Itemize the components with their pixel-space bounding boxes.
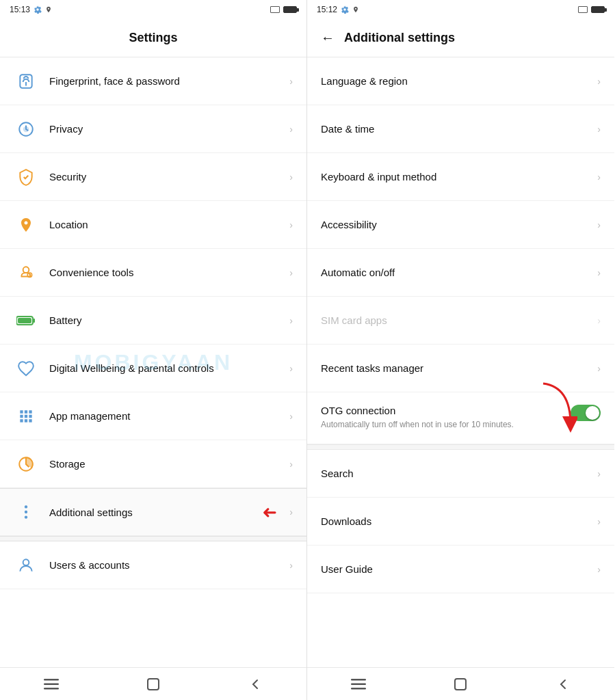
recenttasks-chevron: › xyxy=(597,363,601,374)
settings-item-storage[interactable]: Storage › xyxy=(0,440,306,488)
datetime-label: Date & time xyxy=(321,122,592,136)
settings-item-keyboard[interactable]: Keyboard & input method › xyxy=(307,153,614,201)
privacy-icon xyxy=(14,117,38,142)
appmanagement-text: App management xyxy=(49,409,284,423)
autoonoff-label: Automatic on/off xyxy=(321,265,592,280)
location-chevron: › xyxy=(289,219,293,230)
search-label: Search xyxy=(321,466,592,481)
svg-rect-16 xyxy=(148,679,159,690)
red-arrow-left-indicator: ➜ xyxy=(262,502,277,523)
security-text: Security xyxy=(49,170,284,184)
convenience-text: Convenience tools xyxy=(49,265,284,280)
nav-menu-right[interactable] xyxy=(345,671,372,698)
downloads-chevron: › xyxy=(597,516,601,527)
fingerprint-chevron: › xyxy=(289,76,293,87)
svg-rect-14 xyxy=(44,683,59,685)
status-right-right xyxy=(578,6,605,13)
additional-icon xyxy=(14,500,38,524)
users-chevron: › xyxy=(289,560,293,571)
settings-list: MOBIGYAAN Fingerprint, face & password › xyxy=(0,57,306,667)
location-item-icon xyxy=(14,213,38,237)
downloads-text: Downloads xyxy=(321,514,592,528)
bottom-nav-right xyxy=(307,667,614,700)
settings-item-battery[interactable]: Battery › xyxy=(0,297,306,345)
svg-point-9 xyxy=(25,505,27,508)
otg-text: OTG connection Automatically turn off wh… xyxy=(321,403,565,431)
settings-item-datetime[interactable]: Date & time › xyxy=(307,105,614,153)
nav-back-right[interactable] xyxy=(549,671,577,698)
right-panel: 15:12 ← Additional settings Language & r… xyxy=(307,0,614,700)
storage-icon xyxy=(14,452,38,476)
settings-item-recenttasks[interactable]: Recent tasks manager › xyxy=(307,345,614,392)
settings-item-users[interactable]: Users & accounts › xyxy=(0,541,306,589)
nav-home-left[interactable] xyxy=(140,671,167,698)
battery-item-icon xyxy=(14,308,38,333)
settings-item-additionalsettings[interactable]: Additional settings ➜ › xyxy=(0,488,306,536)
accessibility-chevron: › xyxy=(597,219,601,230)
keyboard-label: Keyboard & input method xyxy=(321,170,592,184)
status-bar-right: 15:12 xyxy=(307,0,614,19)
storage-chevron: › xyxy=(289,459,293,470)
storage-label: Storage xyxy=(49,457,284,471)
wellbeing-label: Digital Wellbeing & parental controls xyxy=(49,361,284,375)
settings-item-accessibility[interactable]: Accessibility › xyxy=(307,201,614,249)
privacy-chevron: › xyxy=(289,124,293,135)
settings-item-simcardapps: SIM card apps › xyxy=(307,297,614,345)
settings-title: Settings xyxy=(129,31,177,45)
nav-home-right[interactable] xyxy=(447,671,474,698)
additional-chevron: › xyxy=(289,507,293,517)
svg-rect-20 xyxy=(455,679,466,690)
additional-label: Additional settings xyxy=(49,505,262,520)
svg-point-10 xyxy=(25,511,27,513)
otg-toggle[interactable] xyxy=(571,405,601,421)
settings-item-appmanagement[interactable]: App management › xyxy=(0,392,306,440)
settings-item-language[interactable]: Language & region › xyxy=(307,57,614,105)
fingerprint-label: Fingerprint, face & password xyxy=(49,74,284,88)
keyboard-text: Keyboard & input method xyxy=(321,170,592,184)
convenience-label: Convenience tools xyxy=(49,265,284,280)
settings-item-otg[interactable]: OTG connection Automatically turn off wh… xyxy=(307,392,614,444)
settings-item-convenience[interactable]: Convenience tools › xyxy=(0,249,306,297)
privacy-text: Privacy xyxy=(49,122,284,136)
settings-item-privacy[interactable]: Privacy › xyxy=(0,105,306,153)
svg-rect-7 xyxy=(18,318,31,323)
userguide-text: User Guide xyxy=(321,562,592,576)
location-label: Location xyxy=(49,217,284,232)
settings-item-autoonoff[interactable]: Automatic on/off › xyxy=(307,249,614,297)
settings-item-security[interactable]: Security › xyxy=(0,153,306,201)
status-left: 15:13 xyxy=(10,5,52,14)
fingerprint-icon xyxy=(14,69,38,94)
settings-item-userguide[interactable]: User Guide › xyxy=(307,546,614,593)
language-label: Language & region xyxy=(321,74,592,88)
additional-text: Additional settings xyxy=(49,505,262,520)
back-button[interactable]: ← xyxy=(321,30,335,46)
battery-chevron: › xyxy=(289,315,293,326)
svg-point-11 xyxy=(25,515,27,518)
nav-menu-left[interactable] xyxy=(38,671,65,698)
userguide-label: User Guide xyxy=(321,562,592,576)
screen-icon-left xyxy=(270,6,280,13)
time-left: 15:13 xyxy=(10,5,30,14)
nav-back-left[interactable] xyxy=(241,671,269,698)
screen-icon-right xyxy=(578,6,588,13)
settings-item-fingerprint[interactable]: Fingerprint, face & password › xyxy=(0,57,306,105)
location-text: Location xyxy=(49,217,284,232)
wellbeing-icon xyxy=(14,356,38,381)
settings-item-wellbeing[interactable]: Digital Wellbeing & parental controls › xyxy=(0,345,306,392)
datetime-chevron: › xyxy=(597,124,601,135)
settings-item-location[interactable]: Location › xyxy=(0,201,306,249)
status-bar-left: 15:13 xyxy=(0,0,306,19)
battery-icon-left xyxy=(283,6,297,13)
recenttasks-label: Recent tasks manager xyxy=(321,361,592,375)
otg-sublabel: Automatically turn off when not in use f… xyxy=(321,419,565,431)
apps-icon xyxy=(14,404,38,429)
bottom-nav-left xyxy=(0,667,306,700)
settings-item-search[interactable]: Search › xyxy=(307,450,614,498)
storage-text: Storage xyxy=(49,457,284,471)
fingerprint-text: Fingerprint, face & password xyxy=(49,74,284,88)
location-icon-right xyxy=(352,5,359,14)
settings-item-downloads[interactable]: Downloads › xyxy=(307,498,614,546)
datetime-text: Date & time xyxy=(321,122,592,136)
left-panel: 15:13 Settings MOBIGYAAN xyxy=(0,0,307,700)
svg-rect-17 xyxy=(351,679,366,681)
